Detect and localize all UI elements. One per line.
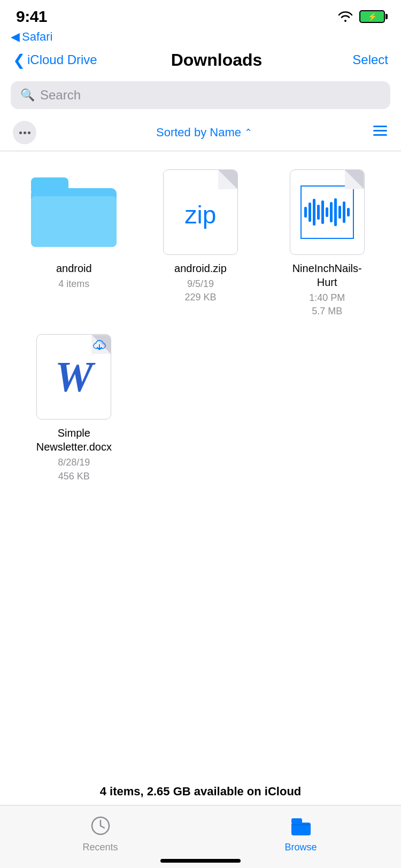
file-name: Simple Newsletter.docx	[31, 426, 117, 454]
zip-icon-wrap: zip	[158, 169, 243, 255]
status-bar: 9:41 ⚡	[0, 0, 401, 29]
zip-doc-icon: zip	[163, 169, 238, 255]
sort-chevron-icon: ⌃	[244, 127, 252, 138]
wave-bar	[309, 203, 311, 222]
select-button[interactable]: Select	[335, 52, 388, 67]
search-bar[interactable]: 🔍 Search	[11, 81, 390, 109]
wave-bar	[338, 206, 341, 219]
folder-icon	[31, 177, 117, 247]
file-item-ninenailshurt[interactable]: NineInchNails-Hurt 1:40 PM5.7 MB	[264, 164, 390, 329]
page-title: Downloads	[98, 50, 335, 70]
nav-back-chevron: ❮	[13, 51, 25, 69]
nav-back-label: iCloud Drive	[27, 52, 97, 67]
wave-bar	[304, 207, 307, 218]
cloud-download-icon	[92, 339, 106, 354]
search-icon: 🔍	[20, 88, 35, 102]
wave-bar	[334, 198, 337, 226]
wave-bar	[330, 202, 333, 222]
file-meta: 1:40 PM5.7 MB	[309, 291, 345, 318]
toolbar: Sorted by Name ⌃	[0, 117, 401, 151]
nav-bar: ❮ iCloud Drive Downloads Select	[0, 44, 401, 76]
home-indicator	[160, 859, 241, 863]
file-meta: 9/5/19229 KB	[184, 277, 216, 304]
more-options-button[interactable]	[13, 121, 36, 144]
audio-icon-wrap	[284, 169, 370, 255]
svg-line-6	[101, 826, 104, 828]
sort-button[interactable]: Sorted by Name ⌃	[156, 126, 252, 140]
wifi-icon	[337, 10, 354, 23]
battery-icon: ⚡	[359, 10, 385, 23]
browse-icon	[288, 813, 314, 839]
view-toggle-button[interactable]	[372, 125, 388, 141]
status-icons: ⚡	[337, 10, 385, 23]
file-name: NineInchNails-Hurt	[292, 261, 362, 289]
battery-bolt: ⚡	[360, 11, 384, 22]
audio-doc-icon	[290, 169, 365, 255]
storage-status: 4 items, 2.65 GB available on iCloud	[0, 779, 401, 804]
recents-label: Recents	[82, 842, 118, 853]
zip-label: zip	[185, 200, 217, 229]
status-time: 9:41	[16, 7, 47, 26]
folder-front	[31, 196, 117, 247]
folder-icon-wrap	[31, 169, 117, 255]
tab-browse[interactable]: Browse	[200, 813, 401, 853]
recents-icon	[88, 813, 113, 839]
wave-bar	[313, 199, 315, 226]
file-meta: 8/28/19456 KB	[58, 456, 90, 483]
wave-bar	[321, 200, 324, 224]
browse-label: Browse	[284, 842, 317, 853]
file-item-android-zip[interactable]: zip android.zip 9/5/19229 KB	[137, 164, 264, 329]
file-item-android-folder[interactable]: android 4 items	[11, 164, 137, 329]
word-icon-wrap: W	[31, 334, 117, 420]
wave-bar	[343, 201, 345, 223]
file-grid: android 4 items zip android.zip 9/5/1922…	[0, 151, 401, 494]
audio-file-frame	[300, 185, 354, 239]
svg-rect-1	[373, 130, 387, 131]
svg-rect-2	[373, 134, 387, 136]
word-doc-icon: W	[36, 334, 111, 420]
search-input[interactable]: Search	[40, 88, 81, 103]
file-name: android	[56, 261, 92, 275]
list-view-icon	[372, 125, 388, 137]
sort-label: Sorted by Name	[156, 126, 241, 140]
search-container: 🔍 Search	[0, 76, 401, 117]
word-letter-icon: W	[55, 353, 93, 401]
wave-bar	[347, 208, 350, 216]
file-item-newsletter[interactable]: W Simple Newsletter.docx 8/28/19456 KB	[11, 329, 137, 493]
file-meta: 4 items	[58, 277, 89, 291]
tab-recents[interactable]: Recents	[0, 813, 200, 853]
nav-back-button[interactable]: ❮ iCloud Drive	[13, 51, 98, 69]
back-navigation: ◀ Safari	[0, 29, 401, 44]
svg-rect-8	[291, 818, 302, 824]
svg-rect-0	[373, 126, 387, 127]
three-dots-icon	[19, 131, 30, 134]
safari-back: ◀ Safari	[11, 30, 390, 44]
file-name: android.zip	[174, 261, 227, 275]
audio-waveform-icon	[304, 196, 350, 228]
wave-bar	[326, 207, 328, 217]
back-arrow-small: ◀	[11, 30, 20, 44]
wave-bar	[317, 205, 320, 220]
